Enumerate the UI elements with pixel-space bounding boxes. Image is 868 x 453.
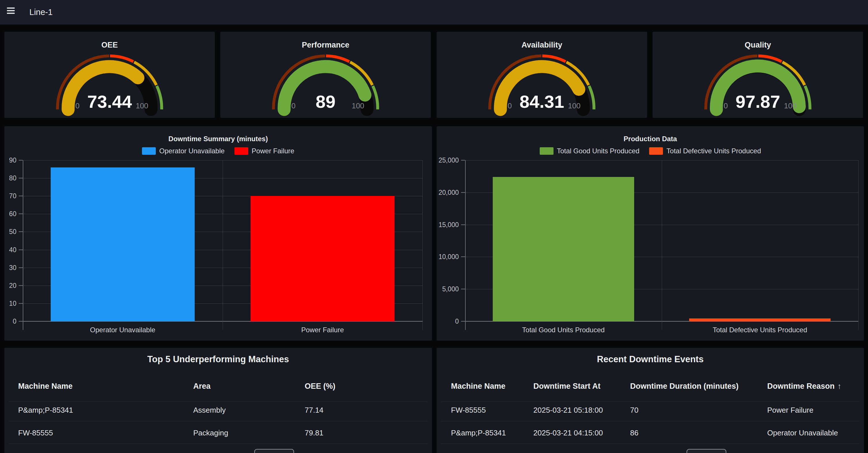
column-header-label: OEE (%) xyxy=(305,382,336,390)
gauge-value: 97.87 xyxy=(653,91,863,112)
y-tick-label: 60 xyxy=(0,210,17,218)
downtime-summary-plot: 0102030405060708090Operator UnavailableP… xyxy=(4,126,432,341)
y-tick-label: 15,000 xyxy=(418,220,459,229)
row-separator xyxy=(9,421,428,421)
y-tick-label: 90 xyxy=(0,156,17,164)
y-tick xyxy=(461,321,465,322)
gauge-max-label: 100 xyxy=(777,101,803,110)
y-tick xyxy=(19,321,23,322)
table-cell: 77.14 xyxy=(305,405,323,415)
table-cell: Operator Unavailable xyxy=(767,428,838,437)
y-axis-line xyxy=(465,160,466,330)
x-category-label: Total Good Units Produced xyxy=(465,326,662,334)
y-tick-label: 40 xyxy=(0,245,17,254)
column-header-downtime-reason[interactable]: Downtime Reason↑ xyxy=(767,382,841,391)
column-header-label: Downtime Reason xyxy=(767,382,835,390)
y-tick xyxy=(461,192,465,193)
pagination-button[interactable] xyxy=(687,449,726,453)
y-tick xyxy=(19,285,23,286)
y-tick xyxy=(19,214,23,214)
panel-recent-downtime-events: Recent Downtime Events Machine NameDownt… xyxy=(437,348,864,453)
dashboard-title: Line-1 xyxy=(29,0,53,25)
x-category-label: Operator Unavailable xyxy=(23,326,223,334)
table-cell: 79.81 xyxy=(305,428,323,437)
table-cell: FW-85555 xyxy=(451,405,486,415)
y-tick xyxy=(19,267,23,268)
column-header-label: Area xyxy=(193,382,211,390)
gauge-max-label: 100 xyxy=(561,101,587,110)
column-header-oee[interactable]: OEE (%) xyxy=(305,382,336,391)
hamburger-menu-icon[interactable] xyxy=(7,7,16,17)
y-tick-label: 50 xyxy=(0,228,17,236)
gridline-vertical xyxy=(662,160,662,330)
recent-downtime-table: Machine NameDowntime Start AtDowntime Du… xyxy=(437,348,864,453)
panel-oee: OEE 73.44 0 100 xyxy=(4,32,215,118)
gauge-value: 84.31 xyxy=(437,91,647,112)
bar[interactable] xyxy=(251,196,395,321)
column-header-label: Downtime Duration (minutes) xyxy=(630,382,739,390)
y-tick xyxy=(19,303,23,304)
column-header-downtime-duration-minutes[interactable]: Downtime Duration (minutes) xyxy=(630,382,739,391)
y-tick-label: 80 xyxy=(0,174,17,182)
row-separator xyxy=(9,401,428,402)
table-cell: 2025-03-21 05:18:00 xyxy=(533,405,603,415)
table-cell: 70 xyxy=(630,405,639,415)
y-tick-label: 30 xyxy=(0,263,17,272)
y-tick xyxy=(19,178,23,178)
top-bar: Line-1 xyxy=(0,0,868,25)
row-separator xyxy=(441,444,860,444)
table-cell: Packaging xyxy=(193,428,228,437)
row-separator xyxy=(441,421,860,421)
y-tick xyxy=(461,289,465,289)
panel-top5-underperforming: Top 5 Underperforming Machines Machine N… xyxy=(4,348,432,453)
panel-downtime-summary: Downtime Summary (minutes) Operator Unav… xyxy=(4,126,432,341)
y-tick xyxy=(19,160,23,160)
panel-quality: Quality 97.87 0 100 xyxy=(653,32,863,118)
x-category-label: Total Defective Units Produced xyxy=(662,326,859,334)
row-separator xyxy=(9,444,428,444)
y-tick-label: 0 xyxy=(0,317,17,326)
plot-border-right xyxy=(423,160,423,330)
panel-production-data: Production Data Total Good Units Produce… xyxy=(437,126,864,341)
pagination-button[interactable] xyxy=(254,449,294,453)
gauge-max-label: 100 xyxy=(129,101,155,110)
y-tick-label: 25,000 xyxy=(418,156,459,164)
table-cell: Assembly xyxy=(193,405,226,415)
gridline-vertical xyxy=(223,160,223,330)
column-header-downtime-start-at[interactable]: Downtime Start At xyxy=(533,382,600,391)
y-tick-label: 10,000 xyxy=(418,252,459,261)
gauge-min-label: 0 xyxy=(280,101,306,110)
y-tick xyxy=(19,249,23,250)
gauge-value: 73.44 xyxy=(4,91,215,112)
table-cell: P&amp;P-85341 xyxy=(451,428,506,437)
y-tick-label: 5,000 xyxy=(418,285,459,293)
y-tick xyxy=(461,160,465,160)
top5-table: Machine NameAreaOEE (%)P&amp;P-85341Asse… xyxy=(4,348,432,453)
row-separator xyxy=(441,401,860,402)
y-tick-label: 70 xyxy=(0,192,17,200)
column-header-machine-name[interactable]: Machine Name xyxy=(18,382,72,391)
table-cell: P&amp;P-85341 xyxy=(18,405,73,415)
gauge-min-label: 0 xyxy=(713,101,739,110)
y-tick xyxy=(19,232,23,232)
y-tick-label: 0 xyxy=(418,317,459,326)
column-header-machine-name[interactable]: Machine Name xyxy=(451,382,505,391)
bar[interactable] xyxy=(689,319,831,321)
gauge-min-label: 0 xyxy=(497,101,523,110)
y-axis-line xyxy=(23,160,23,330)
y-tick xyxy=(461,256,465,257)
table-cell: Power Failure xyxy=(767,405,813,415)
bar[interactable] xyxy=(51,168,195,321)
column-header-label: Downtime Start At xyxy=(533,382,600,390)
table-cell: 86 xyxy=(630,428,639,437)
bar[interactable] xyxy=(493,177,634,321)
y-tick-label: 10 xyxy=(0,299,17,308)
column-header-area[interactable]: Area xyxy=(193,382,211,391)
y-tick xyxy=(461,224,465,225)
y-tick-label: 20 xyxy=(0,281,17,290)
x-category-label: Power Failure xyxy=(223,326,423,334)
column-header-label: Machine Name xyxy=(451,382,505,390)
panel-availability: Availability 84.31 0 100 xyxy=(437,32,647,118)
plot-border-right xyxy=(858,160,859,330)
production-data-plot: 05,00010,00015,00020,00025,000Total Good… xyxy=(437,126,864,341)
